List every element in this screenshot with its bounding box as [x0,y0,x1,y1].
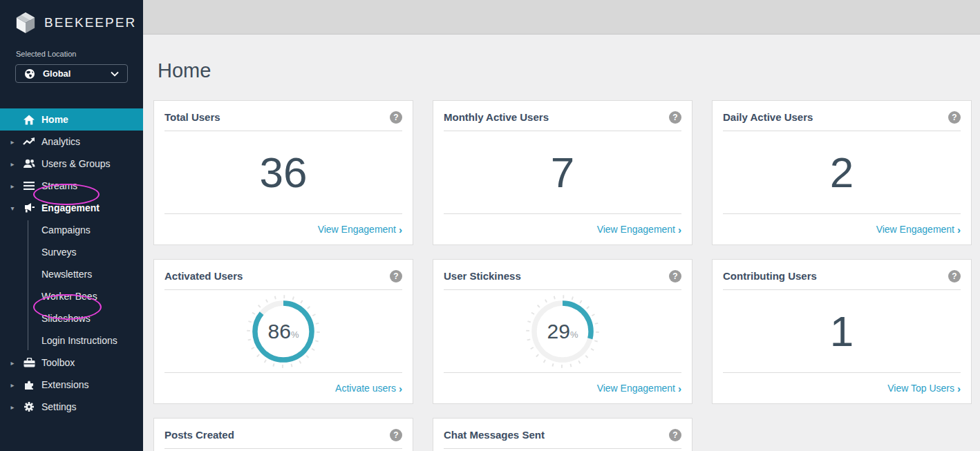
card-contributing-users: Contributing Users ? 1 View Top Users › [712,259,972,404]
chevron-right-icon: › [399,383,402,394]
page-title: Home [158,59,980,82]
location-dropdown[interactable]: Global [15,64,128,83]
view-engagement-link[interactable]: View Engagement › [876,224,961,236]
chevron-right-icon: › [678,224,681,236]
sidebar: BEEKEEPER Selected Location Global Home … [0,0,143,451]
donut-chart-activated-users: 86 % [245,293,322,370]
sidebar-item-toolbox[interactable]: ▸ Toolbox [0,352,143,374]
help-icon[interactable]: ? [390,429,402,441]
metric-value: 36 [260,148,308,197]
sidebar-item-surveys[interactable]: Surveys [0,241,143,263]
sidebar-item-slideshows[interactable]: Slideshows [0,307,143,329]
sidebar-item-home[interactable]: Home [0,108,143,131]
help-icon[interactable]: ? [948,270,961,282]
sidebar-item-extensions[interactable]: ▸ Extensions [0,374,143,396]
donut-percent-unit: % [291,329,299,340]
sidebar-item-analytics[interactable]: ▸ Analytics [0,131,143,153]
sidebar-item-label: Surveys [41,247,77,258]
caret-right-icon[interactable]: ▸ [8,403,17,411]
sidebar-item-label: Slideshows [41,313,91,324]
sidebar-item-label: Engagement [41,202,100,213]
sidebar-item-label: Newsletters [41,269,92,280]
chevron-right-icon: › [957,224,961,236]
sidebar-item-label: Worker Bees [41,291,97,302]
sidebar-item-login-instructions[interactable]: Login Instructions [0,329,143,352]
caret-right-icon[interactable]: ▸ [8,182,17,190]
sidebar-item-settings[interactable]: ▸ Settings [0,396,143,418]
sidebar-item-label: Login Instructions [41,335,117,346]
activate-users-link[interactable]: Activate users › [335,383,402,394]
users-groups-icon [23,159,35,169]
view-engagement-link[interactable]: View Engagement › [318,224,402,236]
chevron-right-icon: › [678,383,681,394]
sidebar-item-newsletters[interactable]: Newsletters [0,263,143,285]
card-activated-users: Activated Users ? 86 % [153,259,413,404]
puzzle-icon [23,379,35,390]
card-posts-created: Posts Created ? [153,418,413,451]
chevron-right-icon: › [399,224,402,236]
card-monthly-active-users: Monthly Active Users ? 7 View Engagement… [433,100,692,245]
card-total-users: Total Users ? 36 View Engagement › [153,100,413,245]
location-value: Global [43,68,70,79]
main-area: Home Total Users ? 36 View Engagement › [143,0,980,451]
metric-value: 1 [830,307,854,356]
brand-name: BEEKEEPER [44,15,136,30]
card-title: Activated Users [164,270,243,282]
metric-value: 7 [551,148,574,197]
help-icon[interactable]: ? [669,270,681,282]
card-title: Daily Active Users [723,111,813,123]
sidebar-item-worker-bees[interactable]: Worker Bees [0,285,143,307]
streams-icon [23,182,35,190]
sidebar-item-label: Analytics [41,136,80,147]
sidebar-item-streams[interactable]: ▸ Streams [0,175,143,197]
donut-percent-value: 86 [268,320,291,343]
chevron-right-icon: › [957,383,961,394]
donut-percent-unit: % [570,329,578,340]
card-title: Total Users [164,111,220,123]
sidebar-item-label: Streams [41,180,77,191]
beekeeper-logo-icon [15,12,36,34]
sidebar-item-label: Extensions [41,379,88,390]
sidebar-item-campaigns[interactable]: Campaigns [0,219,143,241]
card-title: User Stickiness [444,270,521,282]
view-engagement-link[interactable]: View Engagement › [597,383,681,394]
selected-location-label: Selected Location [0,34,143,58]
card-title: Contributing Users [723,270,817,282]
card-title: Monthly Active Users [444,111,549,123]
donut-chart-user-stickiness: 29 % [524,293,601,370]
chevron-down-icon [111,71,119,77]
globe-icon [24,68,35,79]
sidebar-nav: Home ▸ Analytics ▸ Users & Groups ▸ [0,108,143,418]
view-engagement-link[interactable]: View Engagement › [597,224,681,236]
sidebar-item-engagement[interactable]: ▾ Engagement [0,197,143,219]
home-icon [23,115,35,125]
toolbox-icon [23,358,35,367]
top-bar [143,0,980,35]
dashboard-cards-grid: Total Users ? 36 View Engagement › [153,100,980,451]
metric-value: 2 [830,148,854,197]
gear-icon [23,401,35,412]
card-title: Posts Created [164,429,234,441]
sidebar-item-label: Home [41,114,68,125]
sidebar-item-users-groups[interactable]: ▸ Users & Groups [0,153,143,175]
caret-down-icon[interactable]: ▾ [8,204,17,212]
view-top-users-link[interactable]: View Top Users › [887,383,961,394]
help-icon[interactable]: ? [669,429,681,441]
sidebar-item-label: Users & Groups [41,158,111,169]
sidebar-item-label: Toolbox [41,357,75,368]
donut-percent-value: 29 [547,320,570,343]
megaphone-icon [23,203,35,213]
caret-right-icon[interactable]: ▸ [8,160,17,168]
help-icon[interactable]: ? [948,111,961,124]
sidebar-item-label: Campaigns [41,224,91,236]
caret-right-icon[interactable]: ▸ [8,381,17,389]
help-icon[interactable]: ? [390,111,402,124]
card-daily-active-users: Daily Active Users ? 2 View Engagement › [712,100,972,245]
help-icon[interactable]: ? [390,270,402,282]
caret-right-icon[interactable]: ▸ [8,359,17,367]
card-user-stickiness: User Stickiness ? 29 % [433,259,692,404]
caret-right-icon[interactable]: ▸ [8,138,17,146]
engagement-subnav: Campaigns Surveys Newsletters Worker Bee… [0,219,143,352]
help-icon[interactable]: ? [669,111,681,124]
content-area: Home Total Users ? 36 View Engagement › [143,35,980,451]
